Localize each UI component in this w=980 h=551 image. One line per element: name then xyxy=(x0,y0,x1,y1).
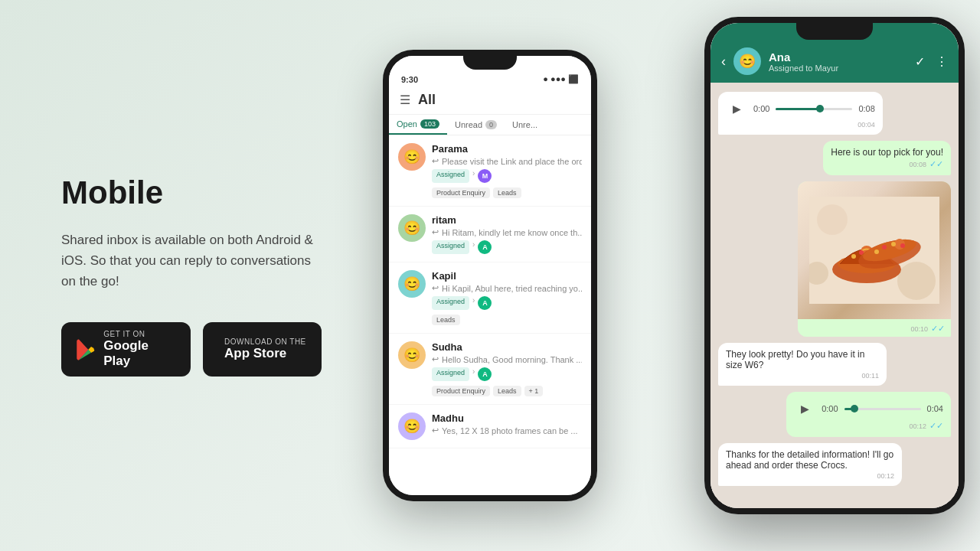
tab-open-badge: 103 xyxy=(420,119,439,129)
svg-point-15 xyxy=(882,245,887,249)
message-text: Here is our top pick for you! xyxy=(831,147,943,158)
checkmark-icon[interactable]: ✓ xyxy=(915,54,925,69)
tab-unread-label: Unread xyxy=(455,120,482,129)
svg-point-16 xyxy=(891,242,896,246)
message-text: They look pretty! Do you have it in size… xyxy=(726,349,879,370)
list-item[interactable]: 😊 ritam ↩ Hi Ritam, kindly let me know o… xyxy=(389,207,591,262)
tag-leads: Leads xyxy=(493,386,521,396)
message-preview: ↩ Hello Sudha, Good morning. Thank ... xyxy=(432,354,582,364)
chat-actions: ✓ ⋮ xyxy=(915,54,948,69)
message-preview: ↩ Hi Kapil, Abul here, tried reaching yo… xyxy=(432,283,582,293)
arrow-icon: › xyxy=(472,240,475,254)
inbox-title: All xyxy=(418,92,436,108)
message-timestamp: 00:11 xyxy=(726,372,879,380)
google-play-sub: GET IT ON xyxy=(103,330,177,338)
tab-unread[interactable]: Unread 0 xyxy=(447,115,505,135)
tab-other[interactable]: Unre... xyxy=(505,115,545,135)
audio-scrubber xyxy=(816,105,824,112)
conversation-list: 😊 Parama ↩ Please visit the Link and pla… xyxy=(389,135,591,495)
google-play-text: GET IT ON Google Play xyxy=(103,330,177,369)
reply-icon: ↩ xyxy=(432,354,439,364)
tabs-bar: Open 103 Unread 0 Unre... xyxy=(389,115,591,135)
agent-avatar: A xyxy=(478,296,492,310)
chat-messages: ▶ 0:00 0:08 00:04 Here is our top pick f… xyxy=(710,83,959,508)
tab-other-label: Unre... xyxy=(512,120,537,129)
page-description: Shared inbox is available on both Androi… xyxy=(61,230,322,292)
agent-avatar: A xyxy=(478,240,492,254)
reply-icon: ↩ xyxy=(432,156,439,166)
audio-scrubber xyxy=(851,405,858,412)
message-meta: 00:12 ✓✓ xyxy=(794,421,943,431)
svg-point-17 xyxy=(900,243,905,248)
list-item[interactable]: 😊 Parama ↩ Please visit the Link and pla… xyxy=(389,135,591,207)
conv-tags: Assigned › A Leads xyxy=(432,296,582,325)
message-meta: 00:08 ✓✓ xyxy=(831,159,943,169)
message-timestamp: 00:08 xyxy=(909,161,926,168)
read-receipt-icon: ✓✓ xyxy=(931,324,945,334)
message-timestamp: 00:10 xyxy=(910,325,928,333)
avatar: 😊 xyxy=(398,214,426,242)
audio-player: ▶ 0:00 0:04 xyxy=(794,398,943,419)
more-options-icon[interactable]: ⋮ xyxy=(936,54,948,69)
app-store-main: App Store xyxy=(224,346,306,361)
app-store-button[interactable]: Download on the App Store xyxy=(203,322,322,377)
list-item[interactable]: 😊 Kapil ↩ Hi Kapil, Abul here, tried rea… xyxy=(389,262,591,334)
chat-contact-name: Ana xyxy=(769,51,907,64)
svg-point-14 xyxy=(874,249,879,254)
avatar: 😊 xyxy=(398,270,426,298)
tag-assigned: Assigned xyxy=(432,240,469,254)
image-message-meta: 00:10 ✓✓ xyxy=(804,324,945,334)
phone-left: 9:30 ● ●●● ⬛ ☰ All Open 103 Unread 0 Un xyxy=(383,50,597,501)
svg-point-1 xyxy=(817,204,848,235)
conv-body: Kapil ↩ Hi Kapil, Abul here, tried reach… xyxy=(432,270,582,325)
play-button[interactable]: ▶ xyxy=(794,398,815,419)
contact-name: Parama xyxy=(432,143,582,155)
conv-body: Parama ↩ Please visit the Link and place… xyxy=(432,143,582,198)
arrow-icon: › xyxy=(472,296,475,310)
text-message-incoming: They look pretty! Do you have it in size… xyxy=(718,343,887,386)
hamburger-icon[interactable]: ☰ xyxy=(400,93,410,107)
chat-contact-avatar: 😊 xyxy=(733,47,761,75)
phones-container: 9:30 ● ●●● ⬛ ☰ All Open 103 Unread 0 Un xyxy=(368,0,980,551)
audio-time-end: 0:08 xyxy=(858,104,874,113)
message-timestamp: 00:04 xyxy=(726,121,875,129)
tag-assigned: Assigned xyxy=(432,296,469,310)
tag-product-enquiry: Product Enquiry xyxy=(432,386,490,396)
agent-avatar: M xyxy=(478,169,492,183)
list-item[interactable]: 😊 Sudha ↩ Hello Sudha, Good morning. Tha… xyxy=(389,334,591,405)
image-message-outgoing: 00:10 ✓✓ xyxy=(798,181,951,337)
audio-progress-bar[interactable] xyxy=(776,108,852,110)
status-time: 9:30 xyxy=(401,75,418,84)
message-timestamp: 00:12 xyxy=(909,422,926,430)
contact-name: ritam xyxy=(432,214,582,226)
message-preview: ↩ Yes, 12 X 18 photo frames can be ... xyxy=(432,425,582,435)
text-message-incoming-2: Thanks for the detailed information! I'l… xyxy=(718,443,902,486)
page-title: Mobile xyxy=(61,174,322,211)
agent-avatar: A xyxy=(478,367,492,381)
audio-player: ▶ 0:00 0:08 xyxy=(726,98,875,119)
play-button[interactable]: ▶ xyxy=(726,98,747,119)
audio-time-start: 0:00 xyxy=(753,104,769,113)
audio-message-outgoing: ▶ 0:00 0:04 00:12 ✓✓ xyxy=(786,392,951,437)
svg-point-7 xyxy=(851,254,856,259)
audio-progress-bar[interactable] xyxy=(844,408,921,410)
google-play-button[interactable]: GET IT ON Google Play xyxy=(61,322,191,377)
store-buttons: GET IT ON Google Play Download on the Ap… xyxy=(61,322,322,377)
message-timestamp: 00:12 xyxy=(726,472,894,480)
message-preview: ↩ Please visit the Link and place the or… xyxy=(432,156,582,166)
read-receipt-icon: ✓✓ xyxy=(929,421,943,431)
phone-left-notch xyxy=(463,56,517,70)
arrow-icon: › xyxy=(472,169,475,183)
list-item[interactable]: 😊 Madhu ↩ Yes, 12 X 18 photo frames can … xyxy=(389,405,591,448)
text-message-outgoing: Here is our top pick for you! 00:08 ✓✓ xyxy=(823,141,951,175)
audio-message-incoming: ▶ 0:00 0:08 00:04 xyxy=(718,92,883,135)
conv-tags: Assigned › A xyxy=(432,240,582,254)
conv-body: ritam ↩ Hi Ritam, kindly let me know onc… xyxy=(432,214,582,254)
tab-open[interactable]: Open 103 xyxy=(389,115,447,135)
back-button[interactable]: ‹ xyxy=(721,54,726,70)
tag-product-enquiry: Product Enquiry xyxy=(432,187,490,198)
avatar: 😊 xyxy=(398,143,426,171)
audio-time-end: 0:04 xyxy=(927,404,943,413)
read-receipt-icon: ✓✓ xyxy=(929,159,943,169)
message-text: Thanks for the detailed information! I'l… xyxy=(726,449,894,471)
